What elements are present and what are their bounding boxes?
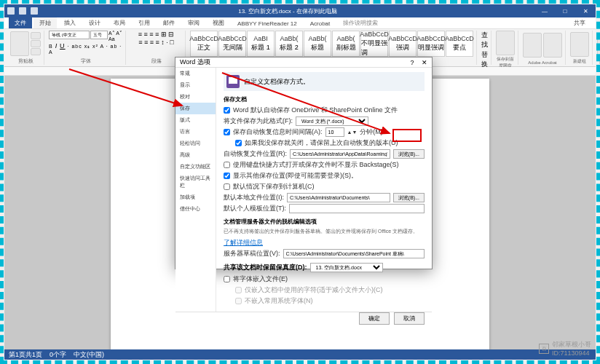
save-disk-icon: [226, 75, 240, 88]
dialog-title-text: Word 选项: [180, 58, 210, 67]
autorecover-checkbox[interactable]: [224, 129, 230, 135]
style-item[interactable]: AaBbCcD强调: [389, 31, 417, 57]
style-item[interactable]: AaBbCcD正文: [190, 31, 218, 57]
sidebar-item-11[interactable]: 信任中心: [175, 203, 216, 215]
cut-button[interactable]: [31, 32, 41, 39]
format-painter-button[interactable]: [31, 48, 41, 55]
default-location-input[interactable]: [287, 193, 390, 202]
tab-home[interactable]: 开始: [33, 16, 57, 28]
section-preserve: 共享该文档时保留保真度(D):: [224, 263, 307, 272]
maximize-button[interactable]: □: [558, 8, 572, 15]
group-new: 新建组: [570, 58, 589, 65]
tab-references[interactable]: 引用: [133, 17, 156, 28]
tab-acrobat[interactable]: Acrobat: [304, 19, 336, 28]
tab-view[interactable]: 视图: [207, 17, 230, 28]
browse-autorecover-button[interactable]: 浏览(B)...: [393, 149, 425, 159]
watermark-id: ID:71130944: [552, 349, 591, 357]
undo-icon[interactable]: [19, 7, 26, 15]
sidebar-item-10[interactable]: 加载项: [175, 191, 216, 203]
group-adobe: Adobe Acrobat: [523, 60, 562, 65]
personal-template-input[interactable]: [289, 204, 425, 213]
preserve-doc-select[interactable]: 13. 空白新文档.docx: [310, 263, 383, 272]
dialog-help-button[interactable]: ?: [410, 59, 414, 66]
ribbon-tab-strip: 文件 开始 插入 设计 布局 引用 邮件 审阅 视图 ABBYY FineRea…: [4, 17, 596, 29]
options-panel-save: 自定义文档保存方式。 保存文档 Word 默认自动保存 OneDrive 和 S…: [216, 68, 432, 312]
learn-more-link[interactable]: 了解详细信息: [224, 238, 263, 248]
close-button[interactable]: ✕: [578, 8, 593, 15]
baidu-save-button[interactable]: [496, 31, 515, 55]
tab-mailings[interactable]: 邮件: [157, 17, 181, 28]
cancel-button[interactable]: 取消: [394, 312, 425, 325]
style-item[interactable]: AaBbCcD要点: [446, 31, 473, 57]
tab-insert[interactable]: 插入: [58, 17, 82, 28]
find-button[interactable]: 查找: [481, 31, 488, 50]
sidebar-item-1[interactable]: 显示: [175, 79, 216, 91]
save-icon[interactable]: [7, 7, 15, 15]
sidebar-item-4[interactable]: 版式: [175, 114, 216, 126]
status-lang[interactable]: 中文(中国): [74, 350, 104, 360]
mindmanager-button[interactable]: [597, 33, 600, 58]
save-format-select[interactable]: Word 文档 (*.docx): [296, 116, 368, 126]
window-title: 13. 空白新文档.docx - 在保存到此电脑: [38, 7, 537, 15]
word-options-dialog: Word 选项 ? ✕ 常规显示校对保存版式语言轻松访问高级自定义功能区快速访问…: [175, 57, 433, 269]
autorecover-interval-input[interactable]: [325, 127, 344, 137]
sidebar-item-2[interactable]: 校对: [175, 91, 216, 103]
style-item[interactable]: AaBbCcD无间隔: [218, 31, 246, 57]
style-item[interactable]: AaBbCcD不明显强调: [360, 31, 388, 57]
sidebar-item-7[interactable]: 高级: [175, 149, 216, 161]
sendto-button[interactable]: [570, 32, 589, 57]
sidebar-item-6[interactable]: 轻松访问: [175, 138, 216, 149]
status-words[interactable]: 0个字: [50, 350, 66, 360]
options-sidebar: 常规显示校对保存版式语言轻松访问高级自定义功能区快速访问工具栏加载项信任中心: [175, 68, 216, 312]
sidebar-item-9[interactable]: 快速访问工具栏: [175, 173, 216, 191]
tab-abbyy[interactable]: ABBYY FineReader 12: [232, 19, 303, 28]
offline-description: 已不再支持将签出的文件保存到服务器草稿。签出的文件现将保存到 Office 文档…: [224, 228, 425, 235]
tab-review[interactable]: 审阅: [182, 17, 205, 28]
dialog-close-button[interactable]: ✕: [422, 59, 427, 66]
adobe-sign-button[interactable]: [543, 33, 562, 58]
tab-tellme[interactable]: 操作说明搜索: [337, 17, 384, 28]
tab-layout[interactable]: 布局: [108, 17, 131, 28]
group-mindjet: Mindjet: [597, 60, 600, 65]
style-item[interactable]: AaBb(标题: [304, 31, 331, 57]
sidebar-item-0[interactable]: 常规: [175, 68, 216, 79]
browse-default-button[interactable]: 浏览(B)...: [393, 193, 425, 202]
style-item[interactable]: AaBI标题 1: [247, 31, 275, 57]
status-page[interactable]: 第1页共1页: [9, 350, 42, 360]
default-save-pc-checkbox[interactable]: [224, 183, 230, 190]
ok-button[interactable]: 确定: [359, 312, 390, 325]
paste-button[interactable]: [10, 31, 29, 56]
redo-icon[interactable]: [31, 7, 38, 15]
adobe-create-button[interactable]: [523, 33, 542, 58]
titlebar: 13. 空白新文档.docx - 在保存到此电脑 — □ ✕: [4, 4, 596, 17]
minimize-button[interactable]: —: [537, 8, 552, 15]
autorecover-location-input[interactable]: [290, 149, 390, 159]
tab-design[interactable]: 设计: [83, 17, 106, 28]
no-embed-system-checkbox: [235, 298, 242, 304]
sidebar-item-3[interactable]: 保存: [175, 103, 216, 114]
font-size-input[interactable]: [90, 31, 108, 39]
group-clipboard: 剪贴板: [10, 57, 41, 65]
watermark-icon: 百: [539, 344, 549, 354]
style-gallery[interactable]: AaBbCcD正文AaBbCcD无间隔AaBI标题 1AaBb(标题 2AaBb…: [190, 31, 473, 57]
show-other-save-checkbox[interactable]: [224, 173, 230, 179]
copy-button[interactable]: [31, 40, 41, 47]
embed-fonts-checkbox[interactable]: [224, 276, 230, 282]
sidebar-item-8[interactable]: 自定义功能区: [175, 161, 216, 173]
no-backstage-checkbox[interactable]: [224, 162, 230, 168]
style-item[interactable]: AaBb(标题 2: [275, 31, 303, 57]
watermark: 百 邻家草根小哥 ID:71130944: [539, 340, 591, 357]
tab-file[interactable]: 文件: [9, 17, 32, 28]
panel-header-text: 自定义文档保存方式。: [244, 77, 309, 87]
keep-last-autosave-checkbox[interactable]: [235, 140, 242, 146]
watermark-name: 邻家草根小哥: [552, 340, 591, 349]
font-name-input[interactable]: [49, 31, 90, 39]
style-item[interactable]: AaBbCcD明显强调: [417, 31, 445, 57]
share-button[interactable]: 共享: [568, 17, 591, 28]
group-font: 字体: [49, 57, 122, 65]
section-offline: 文档管理服务器文件的脱机编辑选项: [224, 218, 425, 226]
style-item[interactable]: AaBb(副标题: [332, 31, 360, 57]
autosave-onedrive-checkbox[interactable]: [224, 107, 230, 114]
sidebar-item-5[interactable]: 语言: [175, 126, 216, 138]
server-draft-input[interactable]: [283, 249, 425, 258]
